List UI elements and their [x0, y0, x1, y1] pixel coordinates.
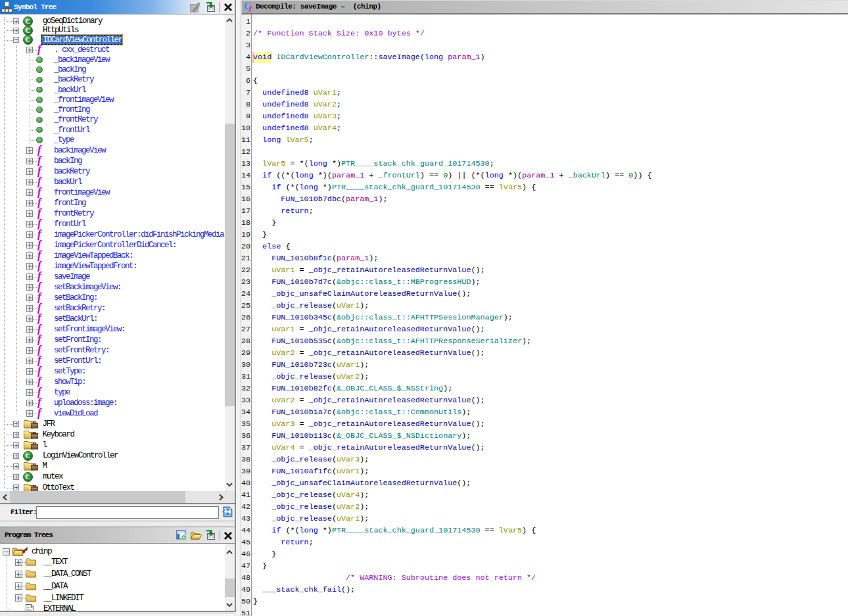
svg-text:C: C — [26, 473, 31, 481]
svg-text:C: C — [26, 27, 31, 34]
svg-text:C: C — [26, 452, 31, 460]
svg-text:C: C — [26, 18, 31, 25]
svg-text:C: C — [26, 36, 31, 43]
